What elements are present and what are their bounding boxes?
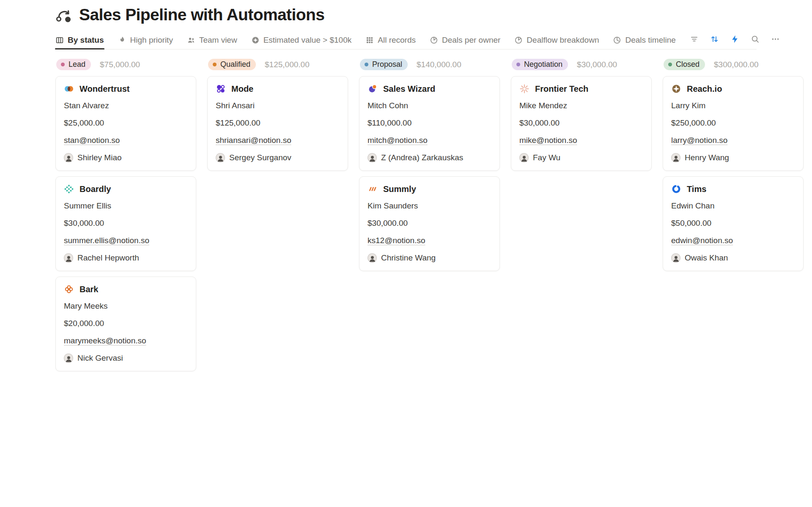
boardly-logo-icon xyxy=(64,184,74,194)
avatar xyxy=(216,153,225,162)
tab-label: Deals per owner xyxy=(442,36,500,45)
email-link[interactable]: edwin@notion.so xyxy=(671,236,733,245)
email-link[interactable]: marymeeks@notion.so xyxy=(64,336,146,345)
avatar xyxy=(64,253,73,263)
column-sum: $140,000.00 xyxy=(417,60,461,69)
tab-label: By status xyxy=(68,36,104,45)
owner-name: Nick Gervasi xyxy=(77,354,123,363)
status-label: Closed xyxy=(676,60,700,69)
company-name: Bark xyxy=(80,285,98,294)
card-sales-wizard[interactable]: Sales WizardMitch Cohn$110,000.00mitch@n… xyxy=(359,76,500,171)
column-qualified: Qualified$125,000.00ModeShri Ansari$125,… xyxy=(207,59,348,176)
tab-dealflow-breakdown[interactable]: Dealflow breakdown xyxy=(514,31,599,49)
more-button[interactable] xyxy=(771,35,780,45)
lightning-icon xyxy=(730,35,739,44)
status-pill-negotiation[interactable]: Negotiation xyxy=(512,59,568,70)
avatar xyxy=(64,354,73,363)
search-button[interactable] xyxy=(751,35,760,45)
card-title-row: Frontier Tech xyxy=(519,84,643,94)
deal-amount: $110,000.00 xyxy=(368,118,491,128)
status-dot xyxy=(668,63,672,66)
email-field: shriansari@notion.so xyxy=(216,136,340,145)
bark-logo-icon xyxy=(64,284,74,294)
tab-label: High priority xyxy=(130,36,173,45)
filter-button[interactable] xyxy=(690,35,699,45)
avatar xyxy=(519,153,529,162)
tab-by-status[interactable]: By status xyxy=(55,31,104,49)
tab-label: All records xyxy=(378,36,416,45)
status-dot xyxy=(213,63,217,66)
email-link[interactable]: mitch@notion.so xyxy=(368,136,428,145)
card-boardly[interactable]: BoardlySummer Ellis$30,000.00summer.elli… xyxy=(55,176,196,271)
owner-name: Fay Wu xyxy=(533,153,560,162)
column-sum: $30,000.00 xyxy=(577,60,617,69)
tab-all-records[interactable]: All records xyxy=(365,31,416,49)
company-name: Mode xyxy=(231,84,253,94)
tab-high-priority[interactable]: High priority xyxy=(118,31,173,49)
owner-row: Nick Gervasi xyxy=(64,354,188,363)
status-label: Qualified xyxy=(220,60,250,69)
card-summly[interactable]: SummlyKim Saunders$30,000.00ks12@notion.… xyxy=(359,176,500,271)
card-frontier-tech[interactable]: Frontier TechMike Mendez$30,000.00mike@n… xyxy=(511,76,652,171)
tab-deals-timeline[interactable]: Deals timeline xyxy=(613,31,675,49)
email-field: mitch@notion.so xyxy=(368,136,491,145)
card-title-row: Summly xyxy=(368,184,491,194)
email-field: stan@notion.so xyxy=(64,136,188,145)
status-pill-qualified[interactable]: Qualified xyxy=(208,59,256,70)
status-pill-closed[interactable]: Closed xyxy=(664,59,705,70)
status-pill-proposal[interactable]: Proposal xyxy=(360,59,408,70)
pie-chart-icon xyxy=(514,36,523,44)
status-pill-lead[interactable]: Lead xyxy=(56,59,91,70)
card-bark[interactable]: BarkMary Meeks$20,000.00marymeeks@notion… xyxy=(55,277,196,371)
contact-name: Kim Saunders xyxy=(368,201,491,211)
email-link[interactable]: stan@notion.so xyxy=(64,136,120,145)
contact-name: Edwin Chan xyxy=(671,201,795,211)
view-tabs-bar: By statusHigh priorityTeam viewEstimated… xyxy=(55,31,757,49)
grid-icon xyxy=(365,36,374,44)
tab-label: Team view xyxy=(199,36,237,45)
pie-chart-icon xyxy=(430,36,438,44)
company-name: Reach.io xyxy=(687,84,722,94)
saleswizard-logo-icon xyxy=(368,84,378,94)
column-sum: $125,000.00 xyxy=(265,60,310,69)
owner-row: Sergey Surganov xyxy=(216,153,340,162)
email-link[interactable]: shriansari@notion.so xyxy=(216,136,291,145)
contact-name: Mike Mendez xyxy=(519,101,643,110)
tab-estimated-value-100k[interactable]: Estimated value > $100k xyxy=(251,31,352,49)
column-header: Proposal$140,000.00 xyxy=(360,59,500,70)
wondertrust-logo-icon xyxy=(64,84,74,94)
status-dot xyxy=(516,63,520,66)
status-label: Lead xyxy=(69,60,85,69)
card-reach-io[interactable]: Reach.ioLarry Kim$250,000.00larry@notion… xyxy=(663,76,804,171)
automations-button[interactable] xyxy=(730,35,739,45)
status-label: Negotiation xyxy=(524,60,562,69)
card-wondertrust[interactable]: WondertrustStan Alvarez$25,000.00stan@no… xyxy=(55,76,196,171)
contact-name: Mary Meeks xyxy=(64,301,188,311)
frontiertech-logo-icon xyxy=(519,84,529,94)
email-link[interactable]: summer.ellis@notion.so xyxy=(64,236,149,245)
card-tims[interactable]: TimsEdwin Chan$50,000.00edwin@notion.soO… xyxy=(663,176,804,271)
owner-row: Christine Wang xyxy=(368,253,491,263)
company-name: Wondertrust xyxy=(80,84,130,94)
tab-team-view[interactable]: Team view xyxy=(187,31,237,49)
column-sum: $75,000.00 xyxy=(100,60,140,69)
column-header: Closed$300,000.00 xyxy=(664,59,804,70)
email-link[interactable]: larry@notion.so xyxy=(671,136,727,145)
card-mode[interactable]: ModeShri Ansari$125,000.00shriansari@not… xyxy=(207,76,348,171)
contact-name: Larry Kim xyxy=(671,101,795,110)
mode-logo-icon xyxy=(216,84,226,94)
star-circle-icon xyxy=(251,36,260,44)
sort-button[interactable] xyxy=(710,35,719,45)
email-link[interactable]: mike@notion.so xyxy=(519,136,577,145)
email-link[interactable]: ks12@notion.so xyxy=(368,236,425,245)
card-title-row: Wondertrust xyxy=(64,84,188,94)
reachio-logo-icon xyxy=(671,84,681,94)
card-title-row: Mode xyxy=(216,84,340,94)
search-icon xyxy=(751,35,760,44)
clock-icon xyxy=(613,36,621,44)
tab-deals-per-owner[interactable]: Deals per owner xyxy=(430,31,500,49)
contact-name: Shri Ansari xyxy=(216,101,340,110)
email-field: summer.ellis@notion.so xyxy=(64,236,188,245)
status-dot xyxy=(61,63,65,66)
tab-label: Estimated value > $100k xyxy=(263,36,352,45)
